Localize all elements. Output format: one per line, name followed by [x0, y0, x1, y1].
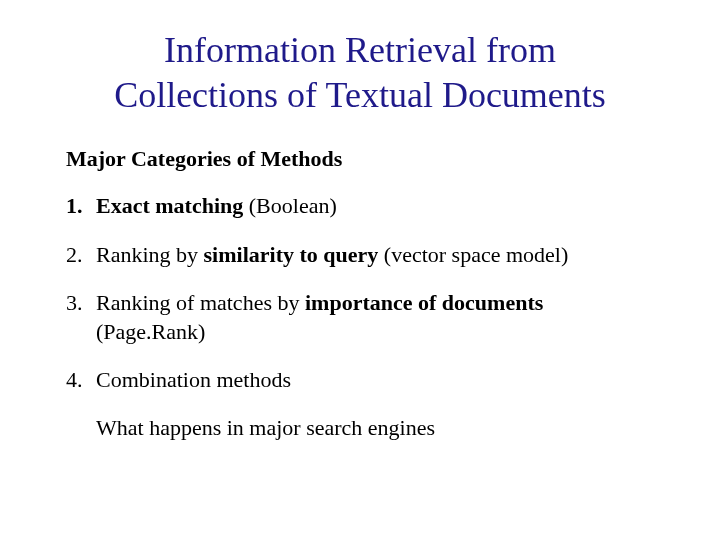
item-text: Combination methods	[96, 367, 291, 392]
item-text: (Page.Rank)	[96, 319, 205, 344]
item-bold: similarity to query	[204, 242, 379, 267]
item-body: Combination methods	[96, 366, 670, 395]
title-line-1: Information Retrieval from	[164, 30, 556, 70]
list-item: 4. Combination methods	[66, 366, 670, 395]
item-number: 4.	[66, 366, 96, 395]
title-line-2: Collections of Textual Documents	[114, 75, 606, 115]
list-item: 1. Exact matching (Boolean)	[66, 192, 670, 221]
item-text: Ranking of matches by	[96, 290, 305, 315]
item-bold: importance of documents	[305, 290, 543, 315]
subtitle: Major Categories of Methods	[66, 146, 670, 172]
item-text: (Boolean)	[243, 193, 336, 218]
item-body: Ranking of matches by importance of docu…	[96, 289, 670, 346]
item-text: Ranking by	[96, 242, 204, 267]
trailing-text: What happens in major search engines	[96, 415, 670, 441]
list-item: 3. Ranking of matches by importance of d…	[66, 289, 670, 346]
item-number: 2.	[66, 241, 96, 270]
item-text: (vector space model)	[378, 242, 568, 267]
item-body: Ranking by similarity to query (vector s…	[96, 241, 670, 270]
item-number: 1.	[66, 192, 96, 221]
item-body: Exact matching (Boolean)	[96, 192, 670, 221]
list-item: 2. Ranking by similarity to query (vecto…	[66, 241, 670, 270]
item-bold: Exact matching	[96, 193, 243, 218]
methods-list: 1. Exact matching (Boolean) 2. Ranking b…	[66, 192, 670, 395]
slide-title: Information Retrieval from Collections o…	[50, 28, 670, 118]
item-number: 3.	[66, 289, 96, 318]
